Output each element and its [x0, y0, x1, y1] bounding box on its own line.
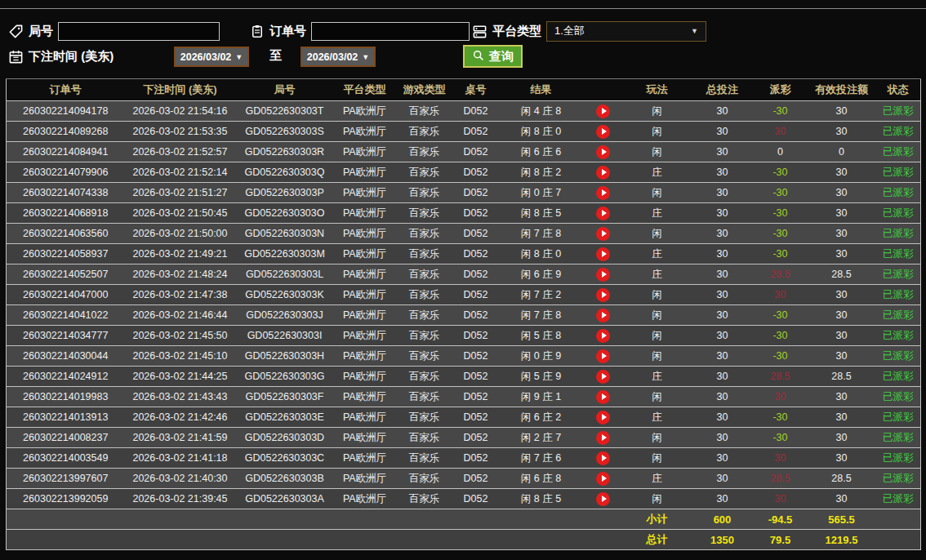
round-cell: GD0522630303T — [236, 101, 334, 122]
game-cell: 百家乐 — [396, 489, 453, 509]
round-no-input[interactable] — [58, 22, 220, 41]
game-cell: 百家乐 — [396, 387, 453, 407]
col-replay — [584, 79, 623, 101]
play-cell: 庄 — [623, 203, 692, 224]
result-cell: 闲 4 庄 8 — [499, 101, 584, 122]
payout-cell: 30 — [754, 448, 808, 469]
sum-label-cell: 小计 — [623, 509, 692, 530]
status-cell: 已派彩 — [876, 407, 921, 428]
payout-cell: -30 — [754, 224, 808, 244]
play-cell: 庄 — [623, 367, 692, 387]
total-bet-cell: 30 — [692, 448, 754, 469]
replay-icon[interactable] — [596, 451, 610, 465]
play-triangle-icon — [602, 128, 607, 135]
game-cell: 百家乐 — [396, 183, 453, 203]
payout-cell: -30 — [754, 203, 808, 224]
table-row: 2603022140589372026-03-02 21:49:21GD0522… — [7, 244, 921, 264]
chevron-down-icon: ▼ — [691, 27, 698, 35]
payout-cell: -30 — [754, 183, 808, 203]
play-triangle-icon — [602, 149, 607, 155]
play-cell: 闲 — [623, 285, 692, 305]
round-cell: GD0522630303L — [236, 264, 334, 285]
total-bet-cell: 30 — [692, 346, 754, 367]
query-button[interactable]: 查询 — [463, 45, 523, 68]
replay-icon[interactable] — [596, 411, 610, 424]
status-cell: 已派彩 — [876, 183, 921, 203]
platform-cell: PA欧洲厅 — [334, 203, 396, 224]
replay-cell — [584, 122, 623, 142]
replay-icon[interactable] — [596, 431, 610, 445]
sum-label-cell: 总计 — [623, 530, 692, 550]
replay-icon[interactable] — [596, 186, 610, 200]
play-cell: 庄 — [623, 469, 692, 489]
replay-icon[interactable] — [596, 309, 610, 322]
play-cell: 闲 — [623, 305, 692, 326]
query-button-label: 查询 — [489, 49, 514, 64]
replay-cell — [584, 101, 623, 122]
table-no-cell: D052 — [453, 448, 499, 469]
round-cell: GD0522630303F — [236, 387, 334, 407]
status-cell: 已派彩 — [876, 122, 921, 142]
round-cell: GD0522630303A — [236, 489, 334, 509]
game-cell: 百家乐 — [396, 203, 453, 224]
play-cell: 闲 — [623, 387, 692, 407]
game-cell: 百家乐 — [396, 428, 453, 448]
date-from-picker[interactable]: 2026/03/02 ▼ — [174, 47, 249, 67]
game-cell: 百家乐 — [396, 305, 453, 326]
table-header: 订单号 下注时间 (美东) 局号 平台类型 游戏类型 桌号 结果 玩法 总投注 … — [7, 79, 921, 101]
total-bet-cell: 30 — [692, 326, 754, 346]
platform-select[interactable]: 1.全部 ▼ — [546, 21, 706, 42]
round-cell: GD0522630303E — [236, 407, 334, 428]
round-cell: GD0522630303G — [236, 367, 334, 387]
replay-icon[interactable] — [596, 472, 610, 486]
result-cell: 闲 5 庄 8 — [499, 326, 584, 346]
status-cell: 已派彩 — [876, 428, 921, 448]
valid-bet-cell: 30 — [808, 326, 876, 346]
replay-icon[interactable] — [596, 166, 610, 180]
replay-icon[interactable] — [596, 207, 610, 220]
total-bet-cell: 30 — [692, 264, 754, 285]
game-cell: 百家乐 — [396, 469, 453, 489]
result-cell: 闲 0 庄 9 — [499, 346, 584, 367]
round-cell: GD0522630303R — [236, 142, 334, 162]
replay-icon[interactable] — [596, 104, 610, 118]
total-bet-cell: 30 — [692, 367, 754, 387]
replay-icon[interactable] — [596, 370, 610, 384]
replay-icon[interactable] — [596, 227, 610, 241]
order-cell: 260302214019983 — [7, 387, 125, 407]
play-cell: 闲 — [623, 326, 692, 346]
payout-cell: 28.5 — [754, 264, 808, 285]
result-cell: 闲 8 庄 0 — [499, 244, 584, 264]
replay-icon[interactable] — [596, 288, 610, 302]
order-cell: 260302214013913 — [7, 407, 125, 428]
replay-icon[interactable] — [596, 145, 610, 159]
play-triangle-icon — [602, 189, 607, 196]
replay-icon[interactable] — [596, 125, 610, 139]
result-cell: 闲 2 庄 7 — [499, 428, 584, 448]
status-cell: 已派彩 — [876, 326, 921, 346]
date-to-picker[interactable]: 2026/03/02 ▼ — [301, 47, 376, 67]
replay-icon[interactable] — [596, 390, 610, 404]
total-bet-cell: 30 — [692, 489, 754, 509]
replay-icon[interactable] — [596, 247, 610, 261]
order-no-input[interactable] — [311, 22, 470, 41]
table-no-cell: D052 — [453, 101, 499, 122]
table-row: 2603022140892682026-03-02 21:53:35GD0522… — [7, 122, 921, 142]
payout-cell: 30 — [754, 122, 808, 142]
replay-icon[interactable] — [596, 268, 610, 282]
status-cell: 已派彩 — [876, 448, 921, 469]
replay-cell — [584, 264, 623, 285]
replay-icon[interactable] — [596, 492, 610, 506]
replay-cell — [584, 367, 623, 387]
total-bet-cell: 30 — [692, 142, 754, 162]
table-no-cell: D052 — [453, 346, 499, 367]
platform-cell: PA欧洲厅 — [334, 183, 396, 203]
platform-cell: PA欧洲厅 — [334, 346, 396, 367]
table-row: 2603022140082372026-03-02 21:41:59GD0522… — [7, 428, 921, 448]
total-bet-cell: 30 — [692, 285, 754, 305]
replay-icon[interactable] — [596, 349, 610, 363]
replay-icon[interactable] — [596, 329, 610, 343]
records-table: 订单号 下注时间 (美东) 局号 平台类型 游戏类型 桌号 结果 玩法 总投注 … — [6, 78, 921, 550]
round-cell: GD0522630303C — [236, 448, 334, 469]
game-cell: 百家乐 — [396, 407, 453, 428]
